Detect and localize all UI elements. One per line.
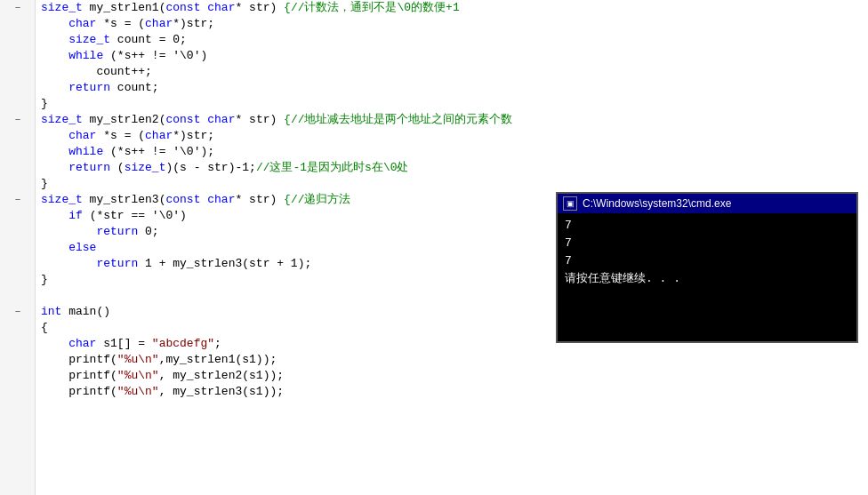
fold-14 bbox=[0, 208, 36, 224]
fold-7 bbox=[0, 96, 36, 112]
fold-22 bbox=[0, 336, 36, 352]
cmd-output-line-3: 7 bbox=[565, 252, 849, 270]
fold-24 bbox=[0, 368, 36, 384]
fold-18 bbox=[0, 272, 36, 288]
code-line: return count; bbox=[36, 80, 868, 96]
fold-2 bbox=[0, 16, 36, 32]
fold-5 bbox=[0, 64, 36, 80]
editor-window: − − − − size_t my_strlen1(const char* st… bbox=[0, 0, 868, 495]
code-line: printf("%u\n", my_strlen2(s1)); bbox=[36, 368, 868, 384]
cmd-output-line-4: 请按任意键继续. . . bbox=[565, 270, 849, 288]
fold-9 bbox=[0, 128, 36, 144]
fold-16 bbox=[0, 240, 36, 256]
fold-20[interactable]: − bbox=[0, 304, 36, 320]
code-line: char *s = (char*)str; bbox=[36, 128, 868, 144]
fold-25 bbox=[0, 384, 36, 400]
fold-3 bbox=[0, 32, 36, 48]
fold-4 bbox=[0, 48, 36, 64]
fold-17 bbox=[0, 256, 36, 272]
fold-10 bbox=[0, 144, 36, 160]
code-line: count++; bbox=[36, 64, 868, 80]
cmd-icon: ▣ bbox=[563, 196, 577, 211]
fold-21 bbox=[0, 320, 36, 336]
cmd-window: ▣ C:\Windows\system32\cmd.exe 7 7 7 请按任意… bbox=[556, 192, 858, 343]
fold-1[interactable]: − bbox=[0, 0, 36, 16]
code-line: while (*s++ != '\0'); bbox=[36, 144, 868, 160]
fold-15 bbox=[0, 224, 36, 240]
code-line: size_t count = 0; bbox=[36, 32, 868, 48]
code-line: char *s = (char*)str; bbox=[36, 16, 868, 32]
code-line: printf("%u\n",my_strlen1(s1)); bbox=[36, 352, 868, 368]
fold-6 bbox=[0, 80, 36, 96]
code-line: size_t my_strlen1(const char* str) {//计数… bbox=[36, 0, 868, 16]
fold-23 bbox=[0, 352, 36, 368]
code-gutter: − − − − bbox=[0, 0, 36, 495]
code-line: return (size_t)(s - str)-1;//这里-1是因为此时s在… bbox=[36, 160, 868, 176]
cmd-titlebar: ▣ C:\Windows\system32\cmd.exe bbox=[558, 194, 856, 213]
fold-12 bbox=[0, 176, 36, 192]
fold-13[interactable]: − bbox=[0, 192, 36, 208]
code-line: } bbox=[36, 96, 868, 112]
cmd-output-line-2: 7 bbox=[565, 235, 849, 252]
cmd-title: C:\Windows\system32\cmd.exe bbox=[583, 197, 731, 210]
code-line: while (*s++ != '\0') bbox=[36, 48, 868, 64]
cmd-output-line-1: 7 bbox=[565, 217, 849, 235]
code-line: } bbox=[36, 176, 868, 192]
fold-8[interactable]: − bbox=[0, 112, 36, 128]
fold-19 bbox=[0, 288, 36, 304]
cmd-output: 7 7 7 请按任意键继续. . . bbox=[558, 213, 856, 341]
fold-11 bbox=[0, 160, 36, 176]
code-line: printf("%u\n", my_strlen3(s1)); bbox=[36, 384, 868, 400]
code-line: size_t my_strlen2(const char* str) {//地址… bbox=[36, 112, 868, 128]
